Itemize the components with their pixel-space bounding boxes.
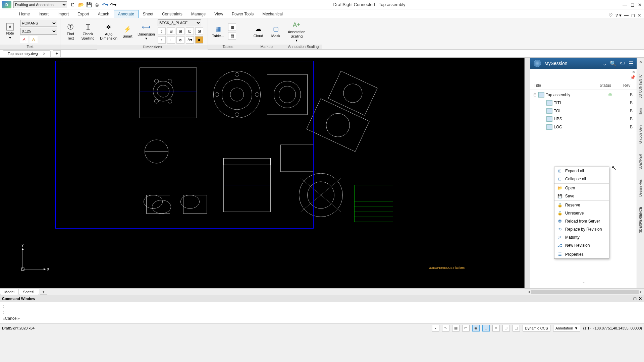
dim-tool-8-icon[interactable]: ⌀ xyxy=(176,36,184,44)
tab-manage[interactable]: Manage xyxy=(187,10,210,18)
dim-tool-7-icon[interactable]: ⊏ xyxy=(167,36,175,44)
undo-icon[interactable]: ↶▾ xyxy=(102,2,108,8)
dimstyle-select[interactable]: BECK_3_PLACE xyxy=(158,19,201,26)
ctx-properties[interactable]: ☰Properties xyxy=(554,250,609,258)
search-icon[interactable]: 🔍 xyxy=(610,60,616,67)
pin-icon[interactable]: 📌 xyxy=(630,75,635,80)
ctx-replace[interactable]: ⟲Replace by Revision xyxy=(554,225,609,233)
note-button[interactable]: A Note ▼ xyxy=(3,23,17,39)
close-button[interactable]: ✕ xyxy=(638,2,642,7)
dim-tool-4-icon[interactable]: ⊡ xyxy=(186,27,194,35)
dim-tool-6-icon[interactable]: ↕ xyxy=(158,36,166,44)
ctx-new-revision[interactable]: ⎇New Revision xyxy=(554,241,609,249)
tree-item[interactable]: LOG B xyxy=(530,123,637,131)
ctx-expand-all[interactable]: ⊞Expand all xyxy=(554,167,609,175)
sb-toggle-1[interactable]: ▪ xyxy=(432,325,439,331)
cmd-restore-icon[interactable]: ◻ xyxy=(633,296,637,301)
new-icon[interactable]: 🗋 xyxy=(70,2,76,8)
auto-dimension-button[interactable]: ✲ Auto Dimension xyxy=(100,23,117,40)
tab-powertools[interactable]: Power Tools xyxy=(227,10,258,18)
tab-attach[interactable]: Attach xyxy=(94,10,114,18)
tab-annotate[interactable]: Annotate xyxy=(114,10,139,18)
collapse-icon[interactable]: ⊟ xyxy=(533,93,537,97)
vstrip-tab[interactable]: Hom xyxy=(639,108,642,115)
drawing-canvas[interactable]: 3DEXPERIENCE Platform X Y xyxy=(0,58,525,288)
tab-export[interactable]: Export xyxy=(73,10,94,18)
help-icon[interactable]: ? ▾ xyxy=(615,13,622,18)
sb-polar-toggle[interactable]: ◉ xyxy=(472,325,480,331)
vertical-scrollbar[interactable] xyxy=(525,58,530,288)
table-tool-1-icon[interactable]: ▦ xyxy=(228,23,236,31)
workspace-selector[interactable]: Drafting and Annotation xyxy=(13,1,67,8)
cloud-button[interactable]: ☁ Cloud xyxy=(251,24,266,38)
panel-collapse-icon[interactable]: ⌵ xyxy=(603,60,606,67)
compass-icon[interactable] xyxy=(534,60,541,67)
sb-annotation-scale[interactable]: Annotation ▼ xyxy=(553,325,581,331)
print-icon[interactable]: ⎙ xyxy=(94,2,100,8)
heart-icon[interactable]: ♡ xyxy=(609,13,613,18)
ctx-open[interactable]: 📂Open xyxy=(554,184,609,192)
smart-dimension-button[interactable]: ⚡ Smart xyxy=(120,25,135,38)
tree-item[interactable]: TOL B xyxy=(530,107,637,115)
vstrip-tab[interactable]: 3DEXPER xyxy=(639,154,642,170)
inner-minimize-button[interactable]: — xyxy=(624,13,629,18)
close-tab-icon[interactable]: ✕ xyxy=(43,52,46,56)
tab-mechanical[interactable]: Mechanical xyxy=(258,10,287,18)
col-rev[interactable]: Rev xyxy=(623,83,633,88)
tab-view[interactable]: View xyxy=(210,10,227,18)
dimension-button[interactable]: ⟷ Dimension ▼ xyxy=(138,23,155,40)
sb-toggle-8[interactable]: ⊞ xyxy=(502,325,510,331)
col-status[interactable]: Status xyxy=(600,83,623,88)
tree-root[interactable]: ⊟ Top assembly ⛃ B xyxy=(530,91,637,99)
sb-ortho-toggle[interactable]: ⊏ xyxy=(462,325,470,331)
ctx-save[interactable]: 💾Save xyxy=(554,192,609,200)
tree-item[interactable]: HBS B xyxy=(530,115,637,123)
vstrip-tab[interactable]: 3DEXPERIENCE xyxy=(639,207,642,233)
tab-sheet[interactable]: Sheet xyxy=(139,10,158,18)
tab-insert[interactable]: Insert xyxy=(34,10,53,18)
save-icon[interactable]: 💾 xyxy=(86,2,92,8)
ctx-maturity[interactable]: ⇄Maturity xyxy=(554,233,609,241)
command-input-area[interactable]: : : «Cancel» xyxy=(0,302,644,323)
ctx-collapse-all[interactable]: ⊟Collapse all xyxy=(554,175,609,183)
sheet-tab-model[interactable]: Model xyxy=(0,289,19,295)
sheet-tab-sheet1[interactable]: Sheet1 xyxy=(19,289,39,295)
minimize-button[interactable]: — xyxy=(623,2,627,7)
sb-esnap-toggle[interactable]: ⊡ xyxy=(482,325,490,331)
maximize-button[interactable]: ◻ xyxy=(631,2,635,7)
tag-icon[interactable]: 🏷 xyxy=(620,60,625,66)
ctx-reload[interactable]: ⛃Reload from Server xyxy=(554,217,609,225)
tab-constraints[interactable]: Constraints xyxy=(158,10,187,18)
vstrip-tab[interactable]: 3D CONTENTC xyxy=(639,74,642,98)
dim-tool-9-icon[interactable]: A▾ xyxy=(186,36,194,44)
tab-home[interactable]: Home xyxy=(15,10,34,18)
text-style-a-icon[interactable]: A xyxy=(20,36,28,43)
sb-toggle-9[interactable]: ▢ xyxy=(513,325,520,331)
inner-close-button[interactable]: ✕ xyxy=(638,13,641,18)
ctx-unreserve[interactable]: 🔓Unreserve xyxy=(554,209,609,217)
inner-restore-button[interactable]: ◻ xyxy=(631,13,635,18)
table-tool-2-icon[interactable]: ▤ xyxy=(228,32,236,40)
find-text-button[interactable]: Ⓣ Find Text xyxy=(63,22,78,40)
sb-grid-toggle[interactable]: ▦ xyxy=(452,325,460,331)
open-icon[interactable]: 📂 xyxy=(78,2,84,8)
menu-icon[interactable]: ☰ xyxy=(629,60,633,67)
horizontal-scrollbar[interactable]: ◂▸ xyxy=(47,290,644,294)
table-button[interactable]: ▦ Table... xyxy=(211,24,225,38)
tab-import[interactable]: Import xyxy=(53,10,73,18)
check-spelling-button[interactable]: T̲ Check Spelling xyxy=(80,22,95,40)
dim-tool-5-icon[interactable]: ⊠ xyxy=(195,27,203,35)
cmd-close-icon[interactable]: ✕ xyxy=(639,296,642,301)
new-document-tab-button[interactable]: ＋ xyxy=(53,50,61,57)
document-tab-active[interactable]: Top assembly.dwg ✕ xyxy=(3,50,51,57)
text-height-select[interactable]: 0.125 xyxy=(20,28,57,35)
panel-close-icon[interactable]: ✕ xyxy=(632,70,635,74)
redo-icon[interactable]: ↷▾ xyxy=(110,2,116,8)
col-title[interactable]: Title xyxy=(534,83,600,88)
font-select[interactable]: ROMANS xyxy=(20,20,57,26)
dim-tool-2-icon[interactable]: ⊟ xyxy=(167,27,175,35)
dim-tool-3-icon[interactable]: ⊞ xyxy=(176,27,184,35)
ctx-reserve[interactable]: 🔒Reserve xyxy=(554,201,609,209)
dim-tool-1-icon[interactable]: ⟟ xyxy=(158,27,166,35)
add-sheet-button[interactable]: ＋ xyxy=(40,289,47,295)
